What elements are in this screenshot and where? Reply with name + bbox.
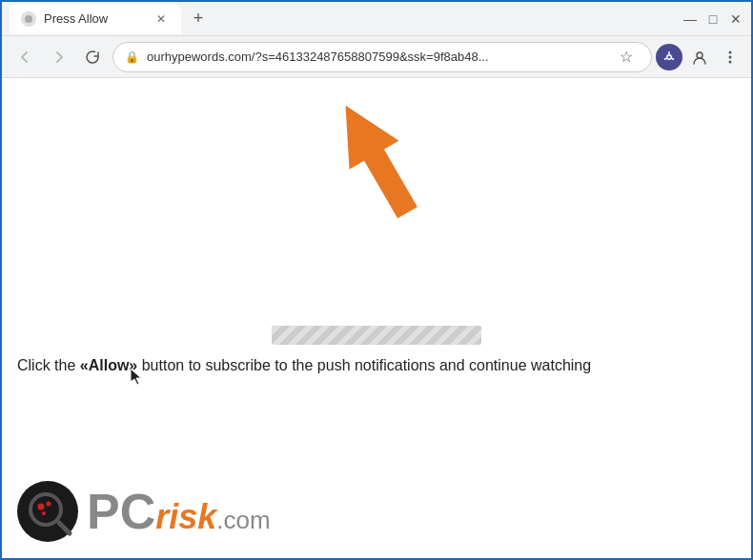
pc-text: PC — [87, 487, 155, 536]
title-bar: Press Allow ✕ + — □ ✕ — [2, 2, 751, 36]
lock-icon: 🔒 — [125, 50, 139, 64]
new-tab-button[interactable]: + — [185, 6, 212, 32]
svg-point-9 — [729, 55, 732, 58]
pcrisk-text-group: PC risk .com — [87, 487, 271, 537]
window-controls: — □ ✕ — [682, 11, 743, 27]
url-text: ourhypewords.com/?s=461332487658807599&s… — [147, 50, 605, 64]
tab-title: Press Allow — [44, 11, 108, 26]
back-button[interactable] — [10, 42, 40, 72]
loading-progress-bar — [272, 326, 481, 345]
tab-close-button[interactable]: ✕ — [153, 10, 170, 28]
profile-icon[interactable] — [686, 44, 713, 70]
svg-point-8 — [729, 50, 732, 53]
chrome-menu-button[interactable] — [717, 44, 743, 70]
svg-point-16 — [34, 498, 57, 521]
instruction-prefix: Click the — [17, 357, 80, 373]
pcrisk-logo — [17, 481, 79, 543]
forward-button[interactable] — [44, 42, 74, 72]
navigation-bar: 🔒 ourhypewords.com/?s=461332487658807599… — [2, 36, 751, 78]
svg-marker-11 — [321, 97, 433, 221]
instruction-allow-bold: «Allow» — [80, 357, 137, 373]
svg-point-19 — [42, 511, 46, 515]
dotcom-text: .com — [216, 506, 270, 535]
maximize-button[interactable]: □ — [705, 11, 721, 27]
reload-stop-button[interactable] — [78, 42, 109, 72]
svg-point-3 — [668, 55, 671, 58]
minimize-button[interactable]: — — [682, 11, 698, 27]
browser-tab[interactable]: Press Allow ✕ — [10, 4, 181, 34]
chrome-extension-icon[interactable] — [656, 44, 682, 70]
svg-point-17 — [38, 504, 45, 510]
risk-text: risk — [155, 497, 216, 537]
instruction-text: Click the «Allow» button to subscribe to… — [17, 354, 736, 377]
svg-point-10 — [729, 60, 732, 63]
instruction-suffix: button to subscribe to the push notifica… — [137, 357, 591, 373]
svg-point-18 — [47, 502, 51, 507]
main-content: Click the «Allow» button to subscribe to… — [2, 78, 751, 560]
tab-favicon — [21, 11, 36, 27]
bookmark-star-icon[interactable]: ☆ — [613, 44, 640, 70]
close-window-button[interactable]: ✕ — [728, 11, 743, 27]
pcrisk-watermark: PC risk .com — [17, 481, 271, 543]
svg-point-0 — [25, 15, 32, 23]
address-bar[interactable]: 🔒 ourhypewords.com/?s=461332487658807599… — [112, 42, 652, 72]
svg-point-7 — [697, 52, 702, 58]
orange-arrow-indicator — [319, 97, 434, 225]
